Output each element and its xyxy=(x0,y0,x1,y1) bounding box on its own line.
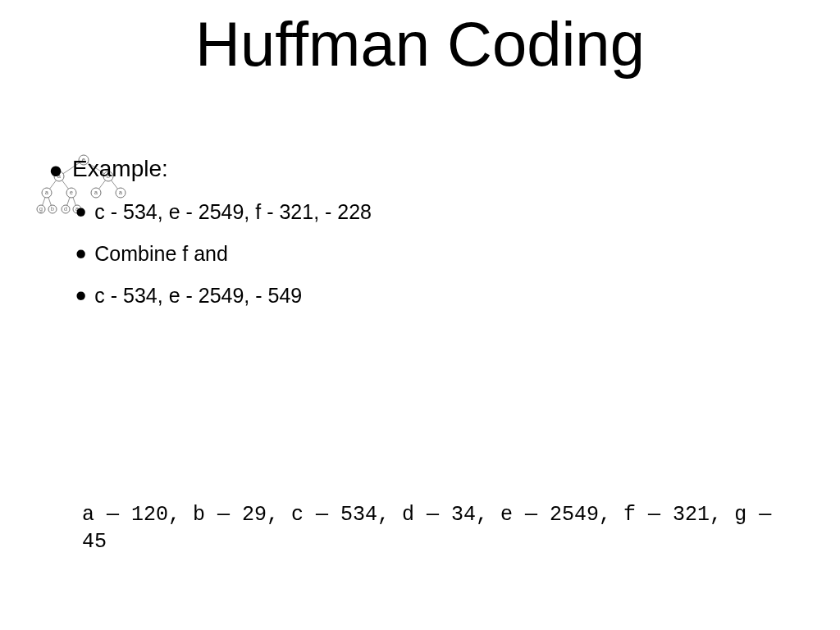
list-item: • c - 534, e - 2549, f - 321, - 228 xyxy=(75,200,807,224)
list-item-text: Combine f and xyxy=(94,242,228,266)
slide-title: Huffman Coding xyxy=(0,8,840,80)
bullet-list: • Example: • c - 534, e - 2549, f - 321,… xyxy=(49,156,807,326)
bullet-icon: • xyxy=(75,287,86,305)
frequency-footer: a — 120, b — 29, c — 534, d — 34, e — 25… xyxy=(82,501,788,557)
list-item-text: c - 534, e - 2549, - 549 xyxy=(94,284,302,308)
slide: Huffman Coding e a b a e a a g b d a xyxy=(0,0,840,630)
bullet-icon: • xyxy=(75,245,86,263)
list-item-text: c - 534, e - 2549, f - 321, - 228 xyxy=(94,200,372,224)
bullet-icon: • xyxy=(49,161,62,180)
list-item: • Combine f and xyxy=(75,242,807,266)
list-item: • c - 534, e - 2549, - 549 xyxy=(75,284,807,308)
list-item-text: Example: xyxy=(72,156,168,182)
tree-node-label: a xyxy=(45,189,48,195)
list-item: • Example: xyxy=(49,156,807,182)
tree-node-label: g xyxy=(39,206,43,212)
bullet-icon: • xyxy=(75,203,86,221)
